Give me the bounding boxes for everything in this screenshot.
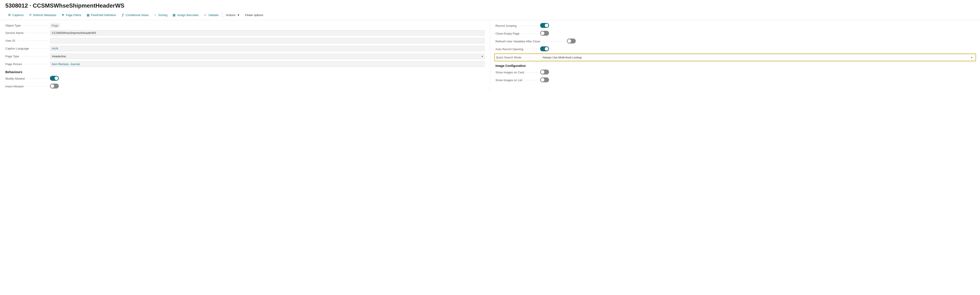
- show-images-list-label: Show Images on List: [496, 78, 540, 82]
- page-title: 5308012 · CCSMSWhseShipmentHeaderWS: [5, 2, 975, 9]
- page-filters-icon: ▼: [61, 13, 65, 17]
- captions-icon: ⚙: [8, 13, 11, 17]
- record-jumping-value: [540, 23, 975, 29]
- refresh-user-variables-row: Refresh User Variables After Close: [496, 37, 975, 45]
- page-type-label: Page Type: [5, 55, 50, 58]
- user-id-label: User ID: [5, 39, 50, 42]
- refresh-user-variables-label: Refresh User Variables After Close: [496, 40, 567, 43]
- modify-allowed-row: Modify Allowed: [5, 75, 485, 83]
- auto-record-opening-toggle[interactable]: [540, 46, 549, 51]
- user-id-row: User ID: [5, 37, 485, 45]
- show-images-list-row: Show Images on List: [496, 76, 975, 84]
- flowfield-definition-button[interactable]: ▦ FlowField Definition: [84, 12, 118, 18]
- refresh-user-variables-slider: [567, 38, 576, 43]
- actions-button[interactable]: Actions ▾: [224, 12, 242, 18]
- quick-search-mode-select[interactable]: Always Use Multi-level Lookup Standard N…: [541, 55, 974, 60]
- conditional-views-icon: ƒ: [121, 13, 124, 17]
- record-jumping-label: Record Jumping: [496, 24, 540, 27]
- service-name-input[interactable]: [50, 30, 485, 36]
- page-picture-row: Page Picture: [5, 60, 485, 68]
- conditional-views-button[interactable]: ƒ Conditional Views: [119, 12, 151, 18]
- sorting-icon: ↕: [154, 13, 157, 17]
- record-jumping-row: Record Jumping: [496, 22, 975, 30]
- caption-language-row: Caption Language: [5, 45, 485, 53]
- close-empty-page-row: Close Empty Page: [496, 30, 975, 37]
- assign-barcodes-icon: ▦: [172, 13, 176, 17]
- right-panel: Record Jumping Close Empty Page: [490, 20, 980, 92]
- show-images-list-value: [540, 77, 975, 83]
- auto-record-opening-slider: [540, 46, 549, 51]
- insert-allowed-slider: [50, 84, 59, 89]
- page-filters-button[interactable]: ▼ Page Filters: [59, 12, 84, 18]
- validate-icon: ✓: [204, 13, 207, 17]
- service-name-label: Service Name: [5, 31, 50, 35]
- assign-barcodes-button[interactable]: ▦ Assign Barcodes: [170, 12, 201, 18]
- caption-language-value[interactable]: [50, 46, 485, 51]
- quick-search-mode-label: Quick Search Mode: [496, 56, 541, 59]
- behaviours-heading: Behaviours: [5, 68, 485, 75]
- show-images-card-label: Show Images on Card: [496, 71, 540, 74]
- page-type-select-wrapper[interactable]: Headerline Card List Document: [50, 54, 485, 59]
- insert-allowed-value: [50, 84, 485, 89]
- page-header: 5308012 · CCSMSWhseShipmentHeaderWS ⚙ Ca…: [0, 0, 980, 20]
- modify-allowed-slider: [50, 76, 59, 81]
- user-id-value[interactable]: [50, 38, 485, 43]
- caption-language-label: Caption Language: [5, 47, 50, 50]
- auto-record-opening-row: Auto Record Opening: [496, 45, 975, 53]
- validate-button[interactable]: ✓ Validate: [201, 12, 221, 18]
- auto-record-opening-value: [540, 46, 975, 52]
- actions-dropdown-icon: ▾: [237, 13, 240, 17]
- page-picture-label: Page Picture: [5, 62, 50, 66]
- service-name-value[interactable]: [50, 30, 485, 36]
- object-type-value: Page: [50, 24, 485, 27]
- refresh-user-variables-toggle[interactable]: [567, 38, 576, 43]
- page-picture-value: [50, 61, 485, 67]
- show-images-card-value: [540, 70, 975, 75]
- fewer-options-button[interactable]: Fewer options: [243, 12, 266, 18]
- auto-record-opening-label: Auto Record Opening: [496, 48, 540, 51]
- close-empty-page-value: [540, 31, 975, 36]
- left-panel: Object Type Page Service Name User ID: [0, 20, 490, 92]
- refresh-user-variables-value: [567, 38, 975, 44]
- show-images-card-row: Show Images on Card: [496, 69, 975, 76]
- modify-allowed-value: [50, 76, 485, 81]
- service-name-row: Service Name: [5, 29, 485, 37]
- show-images-card-toggle[interactable]: [540, 70, 549, 75]
- page-picture-input[interactable]: [50, 61, 485, 67]
- caption-language-input[interactable]: [50, 46, 485, 51]
- quick-search-mode-select-wrapper[interactable]: Always Use Multi-level Lookup Standard N…: [541, 55, 974, 60]
- flowfield-icon: ▦: [86, 13, 90, 17]
- refresh-metadata-button[interactable]: ↺ Refresh Metadata: [26, 12, 58, 18]
- show-images-list-toggle[interactable]: [540, 77, 549, 82]
- modify-allowed-label: Modify Allowed: [5, 77, 50, 80]
- close-empty-page-slider: [540, 31, 549, 36]
- page-type-select[interactable]: Headerline Card List Document: [50, 54, 485, 59]
- content-area: Object Type Page Service Name User ID: [0, 20, 980, 92]
- object-type-row: Object Type Page: [5, 22, 485, 29]
- user-id-input[interactable]: [50, 38, 485, 43]
- refresh-icon: ↺: [29, 13, 32, 17]
- insert-allowed-toggle[interactable]: [50, 84, 59, 89]
- record-jumping-toggle[interactable]: [540, 23, 549, 28]
- page-type-row: Page Type Headerline Card List Document: [5, 53, 485, 60]
- captions-button[interactable]: ⚙ Captions: [5, 12, 26, 18]
- close-empty-page-toggle[interactable]: [540, 31, 549, 36]
- image-config-heading: Image Configuration: [496, 62, 975, 69]
- close-empty-page-label: Close Empty Page: [496, 32, 540, 35]
- show-images-list-slider: [540, 77, 549, 82]
- quick-search-mode-row: Quick Search Mode Always Use Multi-level…: [494, 54, 976, 61]
- insert-allowed-label: Insert Allowed: [5, 85, 50, 88]
- modify-allowed-toggle[interactable]: [50, 76, 59, 81]
- toolbar: ⚙ Captions ↺ Refresh Metadata ▼ Page Fil…: [5, 11, 975, 19]
- sorting-button[interactable]: ↕ Sorting: [151, 12, 170, 18]
- record-jumping-slider: [540, 23, 549, 28]
- insert-allowed-row: Insert Allowed: [5, 83, 485, 90]
- show-images-card-slider: [540, 70, 549, 75]
- object-type-label: Object Type: [5, 24, 50, 27]
